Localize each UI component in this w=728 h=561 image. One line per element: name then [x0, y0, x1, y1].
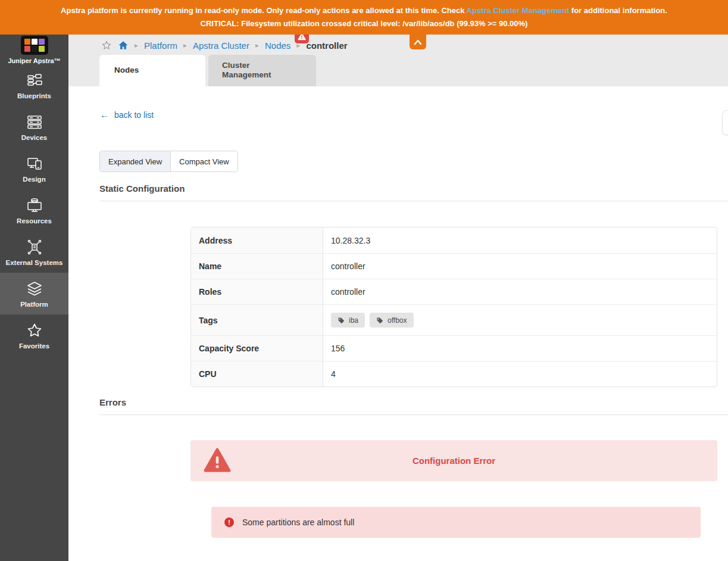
row-value-tags: iba offbox — [323, 305, 717, 335]
configuration-error-banner: Configuration Error — [190, 440, 717, 481]
sidebar-item-blueprints[interactable]: Blueprints — [0, 64, 68, 106]
devices-icon — [26, 113, 43, 131]
breadcrumb-link-nodes[interactable]: Nodes — [265, 40, 290, 51]
sidebar-item-favorites[interactable]: Favorites — [0, 314, 68, 356]
sidebar-item-label: Favorites — [19, 342, 49, 350]
sidebar-item-label: Blueprints — [17, 92, 51, 99]
static-configuration-title: Static Configuration — [99, 183, 185, 194]
page-header: ▸ Platform ▸ Apstra Cluster ▸ Nodes ▸ co… — [68, 35, 728, 86]
side-panel-handle[interactable] — [722, 110, 728, 135]
breadcrumb-link-apstra-cluster[interactable]: Apstra Cluster — [193, 40, 249, 51]
sidebar-item-devices[interactable]: Devices — [0, 106, 68, 148]
table-row-address: Address 10.28.32.3 — [191, 227, 717, 253]
sidebar-item-external-systems[interactable]: External Systems — [0, 231, 68, 273]
tab-label: Cluster Management — [222, 61, 293, 80]
external-systems-icon — [26, 238, 43, 256]
partition-alert: ! Some partitions are almost full — [211, 507, 701, 538]
chevron-up-icon — [413, 39, 423, 46]
view-toggle-group: Expanded View Compact View — [99, 151, 238, 172]
row-label: Capacity Score — [191, 336, 323, 361]
breadcrumb: ▸ Platform ▸ Apstra Cluster ▸ Nodes ▸ co… — [101, 38, 348, 53]
back-to-list-link[interactable]: ← back to list — [100, 110, 154, 120]
tag-icon — [376, 317, 383, 324]
favorites-star-icon — [26, 322, 43, 339]
sidebar-item-resources[interactable]: Resources — [0, 189, 68, 231]
sidebar-brand[interactable]: Juniper Apstra™ — [0, 35, 68, 64]
apstra-app-window: Apstra platform is currently running in … — [0, 0, 728, 561]
breadcrumb-link-platform[interactable]: Platform — [144, 40, 177, 51]
tag-label: iba — [349, 316, 358, 325]
expanded-view-button[interactable]: Expanded View — [100, 151, 170, 172]
section-divider — [99, 414, 728, 415]
breadcrumb-separator: ▸ — [135, 41, 138, 49]
table-row-tags: Tags iba offbox — [191, 304, 717, 335]
tag-badge-offbox[interactable]: offbox — [370, 313, 413, 328]
critical-filesystem-banner-text: CRITICAL: Filesystem utilization crossed… — [0, 18, 728, 30]
sidebar-item-design[interactable]: Design — [0, 148, 68, 189]
sidebar-item-platform[interactable]: Platform — [0, 273, 68, 314]
errors-section-title: Errors — [99, 397, 126, 407]
row-label: Tags — [191, 305, 323, 335]
tab-label: Nodes — [114, 66, 139, 74]
banner-collapse-button[interactable] — [410, 35, 426, 49]
sidebar-item-label: Devices — [21, 134, 47, 141]
readonly-critical-banner: Apstra platform is currently running in … — [0, 0, 728, 35]
breadcrumb-separator: ▸ — [255, 41, 259, 49]
juniper-apstra-logo-icon — [21, 36, 48, 55]
row-label: CPU — [191, 361, 323, 387]
tag-badge-iba[interactable]: iba — [331, 313, 365, 328]
tag-icon — [338, 317, 345, 324]
apstra-cluster-management-link[interactable]: Apstra Cluster Management — [467, 6, 570, 15]
section-divider — [99, 201, 728, 201]
back-to-list-label: back to list — [114, 110, 154, 120]
readonly-banner-text-prefix: Apstra platform is currently running in … — [61, 6, 466, 15]
row-label: Address — [191, 227, 323, 253]
back-arrow-icon: ← — [100, 111, 109, 119]
row-value: 156 — [323, 336, 717, 361]
partition-alert-message: Some partitions are almost full — [242, 518, 354, 527]
row-value: 4 — [323, 361, 717, 387]
blueprints-icon — [26, 71, 43, 89]
error-circle-icon: ! — [224, 518, 234, 527]
resources-icon — [26, 197, 43, 214]
row-value: controller — [323, 254, 717, 279]
row-value: 10.28.32.3 — [323, 227, 717, 253]
tab-cluster-management[interactable]: Cluster Management — [208, 55, 316, 86]
compact-view-button[interactable]: Compact View — [170, 151, 238, 172]
sidebar-item-label: Platform — [20, 301, 48, 308]
breadcrumb-current: controller — [306, 40, 347, 51]
favorite-star-icon[interactable] — [101, 40, 112, 51]
table-row-name: Name controller — [191, 253, 717, 279]
configuration-error-title: Configuration Error — [190, 456, 717, 466]
platform-icon — [26, 280, 43, 298]
static-configuration-table: Address 10.28.32.3 Name controller Roles… — [190, 227, 717, 387]
row-label: Roles — [191, 279, 323, 304]
design-icon — [26, 155, 43, 173]
sidebar-item-label: Resources — [17, 217, 52, 225]
tab-nodes[interactable]: Nodes — [99, 55, 205, 86]
breadcrumb-separator: ▸ — [183, 41, 187, 49]
row-value: controller — [323, 279, 717, 304]
main-content: ← back to list Expanded View Compact Vie… — [68, 86, 728, 561]
sidebar-item-label: Design — [23, 176, 45, 183]
readonly-banner-text-suffix: for additional information. — [569, 6, 667, 15]
readonly-banner-line: Apstra platform is currently running in … — [0, 5, 728, 17]
home-icon[interactable] — [118, 40, 129, 51]
table-row-capacity-score: Capacity Score 156 — [191, 335, 717, 361]
table-row-roles: Roles controller — [191, 279, 717, 304]
brand-label: Juniper Apstra™ — [8, 57, 60, 64]
row-label: Name — [191, 254, 323, 279]
table-row-cpu: CPU 4 — [191, 361, 717, 387]
sidebar-nav: Juniper Apstra™ Blueprints Devices — [0, 35, 68, 561]
tag-label: offbox — [388, 316, 407, 325]
sidebar-item-label: External Systems — [6, 259, 63, 266]
